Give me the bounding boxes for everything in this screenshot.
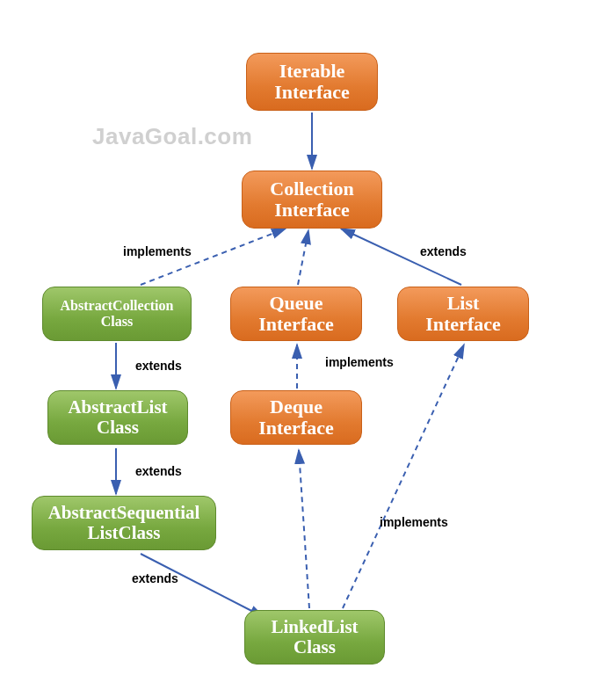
svg-line-8 (299, 450, 309, 608)
label-implements: implements (325, 355, 394, 369)
node-line1: List (447, 293, 480, 314)
svg-line-9 (343, 345, 464, 608)
label-extends: extends (420, 244, 467, 258)
node-iterable-interface: Iterable Interface (246, 53, 378, 111)
node-line2: Class (101, 314, 133, 330)
label-extends: extends (135, 359, 182, 373)
svg-line-2 (298, 230, 308, 285)
node-abstractcollection-class: AbstractCollection Class (42, 287, 192, 341)
node-abstractsequentiallist-class: AbstractSequential ListClass (32, 496, 216, 550)
watermark-text: JavaGoal.com (92, 123, 252, 150)
node-list-interface: List Interface (397, 287, 529, 341)
label-extends: extends (132, 571, 178, 585)
node-line1: Deque (270, 396, 322, 418)
label-implements: implements (123, 244, 192, 258)
label-implements: implements (380, 515, 448, 529)
node-line1: AbstractCollection (61, 298, 174, 314)
node-line1: LinkedList (271, 617, 358, 637)
node-line1: Queue (269, 293, 322, 314)
node-line1: Iterable (279, 61, 345, 82)
node-line1: AbstractList (68, 397, 167, 418)
node-queue-interface: Queue Interface (230, 287, 362, 341)
node-line2: Interface (274, 82, 350, 103)
node-linkedlist-class: LinkedList Class (244, 610, 385, 665)
node-line2: Interface (258, 314, 334, 335)
node-collection-interface: Collection Interface (242, 171, 382, 229)
label-extends: extends (135, 464, 182, 478)
node-abstractlist-class: AbstractList Class (47, 390, 188, 445)
diagram-canvas: JavaGoal.com Iterable Interface Collecti… (0, 0, 616, 690)
node-line1: Collection (270, 178, 353, 200)
node-line2: Interface (425, 314, 501, 335)
node-line2: Interface (274, 200, 350, 221)
node-line1: AbstractSequential (48, 503, 200, 523)
node-line2: Class (294, 637, 336, 657)
node-line2: Interface (258, 418, 334, 439)
node-deque-interface: Deque Interface (230, 390, 362, 445)
svg-line-7 (141, 554, 264, 617)
node-line2: ListClass (88, 523, 161, 543)
node-line2: Class (97, 418, 139, 438)
